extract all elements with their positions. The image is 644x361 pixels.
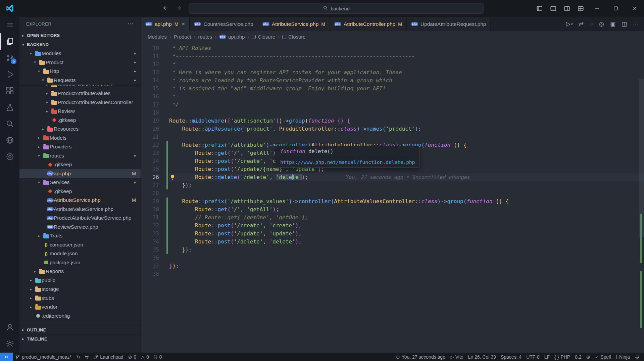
line-number-12[interactable]: 12 — [141, 60, 169, 69]
blame-status-item[interactable]: ⊙You, 27 seconds ago — [394, 353, 448, 361]
timeline-section[interactable]: ▸ TIMELINE — [19, 334, 141, 343]
line-number-22[interactable]: 22 — [141, 141, 169, 149]
outline-section[interactable]: ▸ OUTLINE — [19, 325, 141, 334]
compare-icon[interactable]: ⇆ — [83, 353, 91, 361]
line-number-33[interactable]: 33 — [141, 230, 169, 238]
line-number-23[interactable]: 23 — [141, 149, 169, 157]
tree-item-module-json[interactable]: {}module.json — [19, 249, 141, 258]
tree-item-models[interactable]: ▸Models — [19, 134, 141, 143]
line-number-20[interactable]: 20 — [141, 125, 169, 133]
chevron-down-icon[interactable]: ▾ — [32, 60, 38, 64]
chevron-right-icon[interactable]: ▸ — [44, 109, 50, 114]
testing-icon[interactable] — [0, 99, 19, 116]
tree-item-editorconfig[interactable]: .editorconfig — [19, 312, 141, 321]
line-number-27[interactable]: 27 — [141, 181, 169, 189]
more-actions-icon[interactable]: ⋯ — [633, 20, 639, 28]
chevron-right-icon[interactable]: ▸ — [44, 85, 50, 87]
encoding[interactable]: UTF-8 — [524, 353, 542, 361]
tab-countriesservice-php[interactable]: phpCountriesService.php — [190, 17, 258, 31]
tree-item-reviewservice-php[interactable]: phpReviewService.php — [19, 223, 141, 232]
tree-item-productattributevalues[interactable]: ▸ProductAttributeValues — [19, 89, 141, 98]
chevron-right-icon[interactable]: ▸ — [44, 100, 50, 104]
breadcrumb-closure-5[interactable]: Closure — [282, 34, 306, 40]
run-button[interactable]: ▷▾ — [566, 20, 573, 28]
lightbulb-icon[interactable] — [169, 174, 176, 180]
tree-item-stubs[interactable]: ▸stubs — [19, 294, 141, 303]
run-debug-icon[interactable] — [0, 66, 19, 83]
line-number-16[interactable]: 16 — [141, 93, 169, 101]
line-number-35[interactable]: 35 — [141, 246, 169, 254]
tab-attributecontroller-php[interactable]: phpAttributeController.phpM — [330, 17, 407, 31]
overview-ruler[interactable] — [639, 42, 644, 353]
chevron-right-icon[interactable]: ▸ — [28, 296, 34, 300]
chevron-right-icon[interactable]: ▸ — [44, 91, 50, 96]
toggle-panel-icon[interactable] — [546, 5, 560, 12]
tree-item-item[interactable]: ... — [19, 320, 141, 325]
cursor-position[interactable]: Ln 26, Col 39 — [466, 353, 498, 361]
close-icon[interactable]: × — [182, 21, 185, 28]
customize-layout-icon[interactable] — [574, 5, 588, 12]
sidebar-more-actions-icon[interactable]: ⋯ — [128, 20, 134, 28]
breadcrumb-api-php[interactable]: phpapi.php — [219, 34, 245, 40]
chevron-down-icon[interactable]: ▾ — [40, 78, 46, 82]
eol[interactable]: LF — [542, 353, 552, 361]
ports-item[interactable]: ⇅0 — [151, 353, 164, 361]
tree-item-routes[interactable]: ▾routes● — [19, 151, 141, 161]
breadcrumb-routes[interactable]: routes — [198, 34, 212, 40]
tree-item-storage[interactable]: ▸storage — [19, 285, 141, 294]
language-mode[interactable]: { }PHP — [552, 353, 573, 361]
errors-item[interactable]: ⊘0 — [126, 353, 139, 361]
git-branch-item[interactable]: product_module_moaz* — [13, 353, 74, 361]
gitlens-icon[interactable] — [0, 148, 19, 165]
tree-item-http[interactable]: ▾Http● — [19, 67, 141, 76]
tree-item-attributevaluescontroller[interactable]: ▸AttributeValuesController — [19, 85, 141, 89]
scrollbar-slider[interactable] — [639, 79, 644, 237]
line-number-17[interactable]: 17 — [141, 101, 169, 109]
tab-updateattributerequest-php[interactable]: phpUpdateAttributeRequest.php — [407, 17, 491, 31]
run-dropdown-icon[interactable]: ▾ — [571, 22, 573, 26]
chevron-right-icon[interactable]: ▸ — [36, 234, 42, 238]
intelephense-icon[interactable]: ⊚ — [584, 353, 593, 361]
line-number-31[interactable]: 31 — [141, 214, 169, 222]
tab-attributeservice-php[interactable]: phpAttributeService.phpM — [258, 17, 330, 31]
tree-item-vendor[interactable]: ▸vendor — [19, 303, 141, 312]
breadcrumb-modules[interactable]: Modules — [148, 34, 167, 40]
toggle-sidebar-right-icon[interactable] — [560, 5, 574, 12]
tree-item-product[interactable]: ▾Product● — [19, 58, 141, 67]
chevron-right-icon[interactable]: ▸ — [28, 305, 34, 309]
tooltip-link[interactable]: https://www.php.net/manual/function.dele… — [280, 160, 415, 165]
line-number-13[interactable]: 13 — [141, 69, 169, 77]
line-number-36[interactable]: 36 — [141, 254, 169, 262]
editor-pane[interactable]: 1011121314151617181920212223242526272829… — [141, 42, 644, 353]
editor-gutter[interactable]: 1011121314151617181920212223242526272829… — [141, 42, 169, 353]
chevron-right-icon[interactable]: ▸ — [36, 136, 42, 140]
line-number-26[interactable]: 26 — [141, 173, 169, 181]
line-number-18[interactable]: 18 — [141, 109, 169, 117]
chevron-right-icon[interactable]: ▸ — [40, 127, 46, 131]
tree-item-requests[interactable]: ▾Requests● — [19, 76, 141, 85]
tree-item-attributeservice-php[interactable]: phpAttributeService.phpM — [19, 196, 141, 205]
command-center-search[interactable]: backend — [189, 3, 484, 14]
tree-item-productattributevalueservice-php[interactable]: phpProductAttributeValueService.php — [19, 214, 141, 223]
toolbar-icon-2[interactable]: ◎ — [599, 20, 604, 28]
nav-back-icon[interactable] — [162, 5, 168, 12]
line-number-37[interactable]: 37 — [141, 262, 169, 270]
launchpad-item[interactable]: Launchpad — [91, 353, 126, 361]
chevron-down-icon[interactable]: ▾ — [28, 51, 34, 56]
line-number-10[interactable]: 10 — [141, 44, 169, 52]
line-number-30[interactable]: 30 — [141, 206, 169, 214]
remote-explorer-icon[interactable] — [0, 132, 19, 148]
line-number-34[interactable]: 34 — [141, 238, 169, 246]
tree-item-composer-json[interactable]: {}composer.json — [19, 240, 141, 250]
tree-item-attributevalueservice-php[interactable]: phpAttributeValueService.php — [19, 205, 141, 214]
breadcrumb-product[interactable]: Product — [174, 34, 191, 40]
open-editors-section[interactable]: ▸ OPEN EDITORS — [19, 31, 141, 40]
ninja-item[interactable]: ‖Ninja — [613, 353, 632, 361]
tree-item-traits[interactable]: ▸Traits — [19, 231, 141, 240]
tree-item-reports[interactable]: ▸Reports — [19, 267, 141, 276]
tree-item-package-json[interactable]: package.json — [19, 258, 141, 267]
tree-item-gitkeep[interactable]: .gitkeep — [19, 187, 141, 196]
line-number-25[interactable]: 25 — [141, 165, 169, 173]
explorer-icon[interactable] — [0, 33, 19, 50]
accounts-icon[interactable] — [0, 319, 19, 335]
